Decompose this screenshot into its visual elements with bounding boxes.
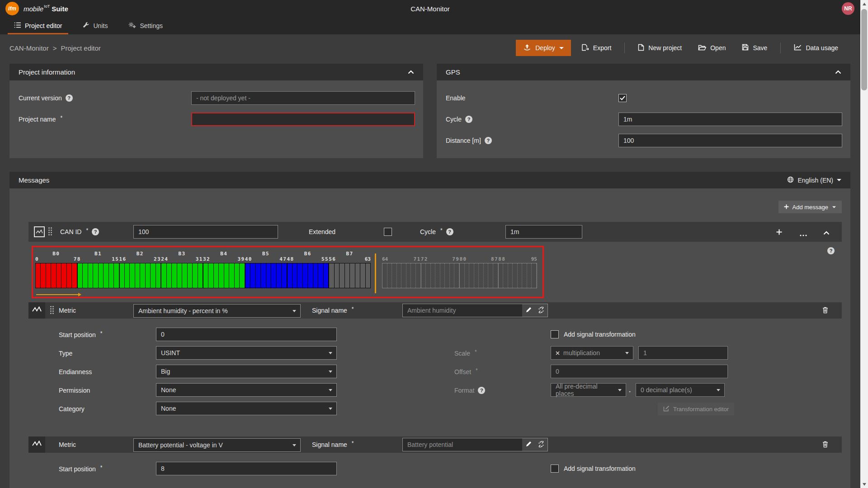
scroll-up-button[interactable] xyxy=(860,0,868,8)
bit-cell[interactable] xyxy=(256,263,261,288)
bit-cell[interactable] xyxy=(214,263,219,288)
help-icon[interactable]: ? xyxy=(465,116,472,123)
bit-cell[interactable] xyxy=(245,263,250,288)
bit-cell[interactable] xyxy=(250,263,255,288)
gps-cycle-field[interactable] xyxy=(618,113,842,126)
bit-cell[interactable] xyxy=(114,263,119,288)
bit-cell[interactable] xyxy=(125,263,130,288)
start-position-field[interactable] xyxy=(156,328,337,341)
save-button[interactable]: Save xyxy=(736,40,773,56)
bit-cell[interactable] xyxy=(335,263,340,288)
avatar[interactable]: NR xyxy=(842,2,854,15)
bit-cell[interactable] xyxy=(135,263,140,288)
bit-cell[interactable] xyxy=(329,263,334,288)
bit-cell[interactable] xyxy=(229,263,234,288)
tab-units[interactable]: Units xyxy=(76,17,114,34)
bit-cell[interactable] xyxy=(57,263,61,288)
bit-cell[interactable] xyxy=(77,263,83,288)
bit-cell[interactable] xyxy=(261,263,266,288)
gps-header[interactable]: GPS xyxy=(437,64,850,80)
bit-cell[interactable] xyxy=(235,263,240,288)
bit-cell[interactable] xyxy=(83,263,88,288)
signal-name-field[interactable] xyxy=(403,304,522,317)
bit-cell[interactable] xyxy=(355,263,360,288)
offset-field[interactable] xyxy=(551,365,728,378)
breadcrumb-root[interactable]: CAN-Monitor xyxy=(9,44,49,52)
bit-cell[interactable] xyxy=(130,263,135,288)
project-name-field[interactable] xyxy=(191,113,415,126)
bit-cell[interactable] xyxy=(99,263,104,288)
open-button[interactable]: Open xyxy=(692,40,731,56)
help-icon[interactable]: ? xyxy=(446,228,453,235)
scale-op-select[interactable]: multiplication xyxy=(551,346,633,360)
format-pre-select[interactable]: All pre-decimal places xyxy=(551,383,626,397)
project-information-header[interactable]: Project information xyxy=(9,64,423,80)
signal-name-field[interactable] xyxy=(403,438,522,451)
bit-cell[interactable] xyxy=(208,263,213,288)
data-usage-button[interactable]: Data usage xyxy=(788,40,844,56)
bit-cell[interactable] xyxy=(161,263,166,288)
delete-signal-button[interactable] xyxy=(821,439,830,451)
signal-type-cell[interactable] xyxy=(28,436,45,453)
bitgrid-active-cells[interactable] xyxy=(35,263,371,288)
bit-cell[interactable] xyxy=(93,263,98,288)
bit-cell[interactable] xyxy=(219,263,224,288)
signal-type-cell[interactable] xyxy=(28,302,45,319)
bit-cell[interactable] xyxy=(46,263,51,288)
bit-cell[interactable] xyxy=(193,263,198,288)
bit-cell[interactable] xyxy=(167,263,172,288)
scroll-down-button[interactable] xyxy=(860,480,868,488)
bit-cell[interactable] xyxy=(313,263,318,288)
endianness-select[interactable]: Big xyxy=(156,365,337,378)
gps-enable-checkbox[interactable] xyxy=(618,94,627,102)
bit-cell[interactable] xyxy=(104,263,108,288)
format-post-select[interactable]: 0 decimal place(s) xyxy=(636,383,725,397)
bit-cell[interactable] xyxy=(292,263,297,288)
start-position-field[interactable] xyxy=(156,462,337,475)
drag-handle[interactable] xyxy=(48,227,52,235)
add-transform-checkbox[interactable] xyxy=(551,330,559,338)
bit-cell[interactable] xyxy=(360,263,365,288)
bit-cell[interactable] xyxy=(287,263,292,288)
bit-cell[interactable] xyxy=(308,263,313,288)
category-select[interactable]: None xyxy=(156,402,337,415)
bit-cell[interactable] xyxy=(271,263,276,288)
help-icon[interactable]: ? xyxy=(66,94,73,102)
bit-cell[interactable] xyxy=(303,263,308,288)
bit-cell[interactable] xyxy=(266,263,271,288)
bitgrid-selection-rect[interactable]: B0B1B2B3B4B5B6B7 07815162324313239404748… xyxy=(32,246,544,298)
chevron-up-icon[interactable] xyxy=(408,70,414,74)
metric-select[interactable]: Battery potential - voltage in V xyxy=(133,438,301,452)
tab-settings[interactable]: Settings xyxy=(122,17,169,34)
bit-cell[interactable] xyxy=(72,263,77,288)
bit-cell[interactable] xyxy=(172,263,177,288)
bit-cell[interactable] xyxy=(224,263,229,288)
deploy-button[interactable]: Deploy xyxy=(516,40,571,56)
drag-handle[interactable] xyxy=(50,306,54,314)
bit-cell[interactable] xyxy=(109,263,114,288)
extended-checkbox[interactable] xyxy=(384,228,392,236)
metric-select[interactable]: Ambient humidity - percent in % xyxy=(133,304,301,318)
bit-cell[interactable] xyxy=(345,263,350,288)
can-id-field[interactable] xyxy=(133,225,278,239)
help-icon[interactable]: ? xyxy=(485,137,492,144)
tab-project-editor[interactable]: Project editor xyxy=(8,17,68,34)
bit-cell[interactable] xyxy=(318,263,323,288)
bit-cell[interactable] xyxy=(198,263,203,288)
bit-cell[interactable] xyxy=(119,263,125,288)
bit-cell[interactable] xyxy=(146,263,151,288)
bit-cell[interactable] xyxy=(277,263,282,288)
add-message-button[interactable]: Add message xyxy=(778,201,842,213)
help-icon[interactable]: ? xyxy=(478,387,485,394)
bit-cell[interactable] xyxy=(88,263,93,288)
bit-cell[interactable] xyxy=(140,263,145,288)
bit-cell[interactable] xyxy=(350,263,355,288)
scale-factor-field[interactable] xyxy=(638,346,728,360)
bit-cell[interactable] xyxy=(177,263,182,288)
edit-signal-name-button[interactable] xyxy=(522,304,535,317)
transformation-editor-button[interactable]: Transformation editor xyxy=(658,403,734,415)
bit-cell[interactable] xyxy=(182,263,187,288)
bit-cell[interactable] xyxy=(41,263,46,288)
help-icon[interactable]: ? xyxy=(92,228,99,235)
bit-cell[interactable] xyxy=(282,263,287,288)
